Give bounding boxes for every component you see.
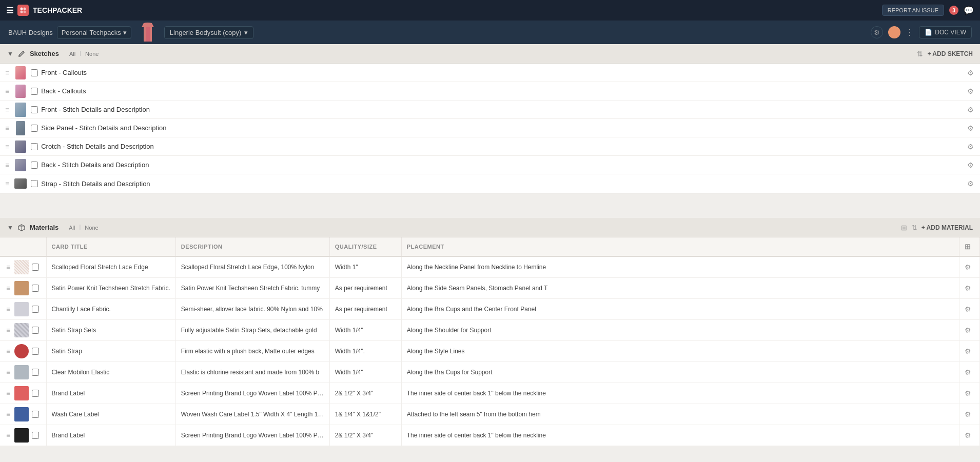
drag-handle[interactable]: ≡ xyxy=(4,87,10,95)
sketch-name: Back - Stitch Details and Description xyxy=(41,161,962,169)
row-thumb-cell: ≡ xyxy=(0,404,46,425)
brand: ☰ TECHPACKER xyxy=(6,5,82,16)
material-checkbox[interactable] xyxy=(32,285,39,292)
drag-handle[interactable]: ≡ xyxy=(4,179,10,188)
sketches-tabs: All | None xyxy=(67,50,101,58)
table-header-row: Card Title DESCRIPTION QUALITY/SIZE PLAC… xyxy=(0,237,980,256)
sketch-checkbox[interactable] xyxy=(31,180,38,187)
drag-handle[interactable]: ≡ xyxy=(5,410,11,418)
materials-table: Card Title DESCRIPTION QUALITY/SIZE PLAC… xyxy=(0,237,980,446)
add-material-button[interactable]: + ADD MATERIAL xyxy=(922,224,973,231)
material-quality: 1& 1/4" X 1&1/2" xyxy=(329,404,401,425)
sketch-checkbox[interactable] xyxy=(31,162,38,169)
drag-handle[interactable]: ≡ xyxy=(5,326,11,334)
materials-toggle[interactable]: ▼ xyxy=(7,224,13,231)
user-avatar[interactable] xyxy=(888,26,900,38)
sketch-settings-icon[interactable]: ⚙ xyxy=(965,123,976,134)
material-settings-cell: ⚙ xyxy=(959,341,980,362)
material-settings-icon[interactable]: ⚙ xyxy=(965,431,971,439)
material-checkbox[interactable] xyxy=(32,306,39,313)
material-swatch xyxy=(14,386,29,400)
sketch-checkbox[interactable] xyxy=(31,69,38,76)
material-checkbox[interactable] xyxy=(32,390,39,397)
drag-handle[interactable]: ≡ xyxy=(5,347,11,355)
techpacks-dropdown[interactable]: Personal Techpacks ▾ xyxy=(57,26,131,39)
sketch-item: ≡ Front - Stitch Details and Description… xyxy=(0,101,980,119)
material-settings-icon[interactable]: ⚙ xyxy=(965,284,971,292)
material-quality: As per requirement xyxy=(329,278,401,299)
columns-icon[interactable]: ⊞ xyxy=(965,243,971,251)
sketch-settings-icon[interactable]: ⚙ xyxy=(965,86,976,97)
sketch-settings-icon[interactable]: ⚙ xyxy=(965,141,976,152)
material-settings-icon[interactable]: ⚙ xyxy=(965,305,971,313)
sketch-settings-icon[interactable]: ⚙ xyxy=(965,178,976,189)
chat-icon[interactable]: 💬 xyxy=(964,6,974,15)
row-thumb-cell: ≡ xyxy=(0,320,46,341)
doc-view-button[interactable]: 📄 DOC VIEW xyxy=(919,26,972,38)
material-name: Chantilly Lace Fabric. xyxy=(46,299,175,320)
drag-handle[interactable]: ≡ xyxy=(4,161,10,169)
material-checkbox[interactable] xyxy=(32,432,39,439)
material-settings-icon[interactable]: ⚙ xyxy=(965,389,971,397)
col-card-title: Card Title xyxy=(46,237,175,256)
material-description: Woven Wash Care Label 1.5" Width X 4" Le… xyxy=(175,404,329,425)
material-checkbox[interactable] xyxy=(32,348,39,355)
sketch-thumbnail xyxy=(13,84,28,98)
sketch-checkbox[interactable] xyxy=(31,88,38,95)
material-checkbox[interactable] xyxy=(32,411,39,418)
top-nav-right: REPORT AN ISSUE 3 💬 xyxy=(882,5,974,16)
table-row: ≡ Satin Strap Sets Fully adjustable Sati… xyxy=(0,320,980,341)
report-issue-button[interactable]: REPORT AN ISSUE xyxy=(882,5,944,16)
material-settings-icon[interactable]: ⚙ xyxy=(965,410,971,418)
material-settings-icon[interactable]: ⚙ xyxy=(965,368,971,376)
material-placement: Along the Bra Cups and the Center Front … xyxy=(401,299,959,320)
grid-icon[interactable]: ⊞ xyxy=(901,224,907,232)
mat-tab-none[interactable]: None xyxy=(83,224,100,232)
drag-handle[interactable]: ≡ xyxy=(4,124,10,132)
material-swatch xyxy=(14,302,29,316)
sketch-settings-icon[interactable]: ⚙ xyxy=(965,67,976,78)
sketch-thumbnail xyxy=(13,121,28,135)
drag-handle[interactable]: ≡ xyxy=(4,69,10,77)
drag-handle[interactable]: ≡ xyxy=(5,389,11,397)
more-options-icon[interactable]: ⋮ xyxy=(906,28,914,37)
tab-all[interactable]: All xyxy=(67,50,77,58)
drag-handle[interactable]: ≡ xyxy=(5,368,11,376)
material-settings-icon[interactable]: ⚙ xyxy=(965,326,971,334)
material-settings-icon[interactable]: ⚙ xyxy=(965,263,971,271)
sketches-toggle[interactable]: ▼ xyxy=(7,50,13,57)
sketch-settings-icon[interactable]: ⚙ xyxy=(965,159,976,171)
sketch-item: ≡ Back - Callouts ⚙ xyxy=(0,82,980,101)
drag-handle[interactable]: ≡ xyxy=(5,263,11,271)
drag-handle[interactable]: ≡ xyxy=(5,284,11,292)
material-settings-cell: ⚙ xyxy=(959,278,980,299)
table-row: ≡ Wash Care Label Woven Wash Care Label … xyxy=(0,404,980,425)
hamburger-icon[interactable]: ☰ xyxy=(6,6,13,15)
sketch-checkbox[interactable] xyxy=(31,125,38,132)
product-name-dropdown[interactable]: Lingerie Bodysuit (copy) ▾ xyxy=(164,26,253,39)
material-quality: Width 1/4" xyxy=(329,362,401,383)
breadcrumb-designs[interactable]: BAUH Designs xyxy=(8,29,53,36)
material-checkbox[interactable] xyxy=(32,327,39,334)
sketch-checkbox[interactable] xyxy=(31,143,38,150)
settings-icon[interactable]: ⚙ xyxy=(871,26,883,38)
material-checkbox[interactable] xyxy=(32,369,39,376)
sketch-thumbnail xyxy=(13,139,28,154)
drag-handle[interactable]: ≡ xyxy=(4,143,10,151)
drag-handle[interactable]: ≡ xyxy=(5,431,11,439)
add-sketch-button[interactable]: + ADD SKETCH xyxy=(927,50,973,57)
mat-tab-all[interactable]: All xyxy=(67,224,77,232)
drag-handle[interactable]: ≡ xyxy=(4,106,10,114)
notification-badge[interactable]: 3 xyxy=(949,6,958,15)
material-settings-icon[interactable]: ⚙ xyxy=(965,347,971,355)
material-checkbox[interactable] xyxy=(32,264,39,271)
sort-icon[interactable]: ⇅ xyxy=(917,50,923,58)
tab-none[interactable]: None xyxy=(83,50,101,58)
sketch-thumbnail xyxy=(13,66,28,80)
material-description: Screen Printing Brand Logo Woven Label 1… xyxy=(175,425,329,446)
sort-icon[interactable]: ⇅ xyxy=(911,224,917,232)
drag-handle[interactable]: ≡ xyxy=(5,305,11,313)
sketch-name: Front - Stitch Details and Description xyxy=(41,106,962,113)
sketch-settings-icon[interactable]: ⚙ xyxy=(965,104,976,115)
sketch-checkbox[interactable] xyxy=(31,106,38,113)
